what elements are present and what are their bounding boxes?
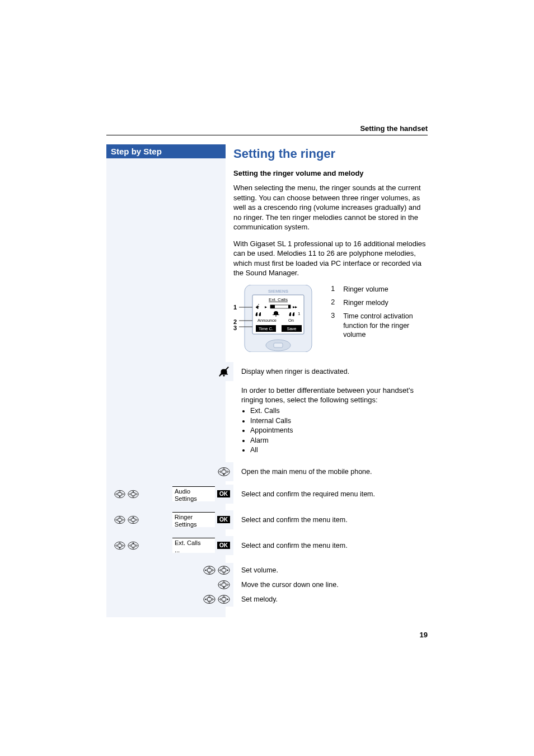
step-ringer-desc: Select and confirm the menu item. (233, 516, 428, 524)
step-open-main-menu: Open the main menu of the mobile phone. (233, 468, 428, 476)
phone-legend: 1Ringer volume 2Ringer melody 3Time cont… (331, 285, 421, 339)
svg-marker-41 (132, 516, 134, 518)
svg-marker-49 (116, 544, 118, 546)
svg-rect-4 (288, 305, 291, 308)
nav-down-icon (218, 579, 230, 591)
svg-rect-22 (118, 492, 122, 496)
svg-rect-16 (222, 469, 226, 473)
svg-line-14 (219, 367, 229, 377)
svg-rect-40 (132, 518, 135, 522)
svg-marker-73 (219, 584, 221, 586)
nav-right-icon (218, 593, 230, 605)
svg-marker-77 (208, 595, 210, 597)
svg-marker-55 (129, 544, 131, 546)
svg-marker-78 (208, 601, 210, 603)
step-ext-desc: Select and confirm the menu item. (233, 542, 428, 550)
svg-marker-32 (136, 493, 138, 495)
svg-point-13 (223, 375, 225, 377)
phone-brand: SIEMENS (268, 289, 289, 294)
svg-marker-37 (115, 519, 116, 520)
svg-marker-54 (132, 547, 134, 549)
nav-up-icon (128, 488, 139, 500)
step-move-cursor: Move the cursor down one line. (233, 581, 428, 589)
step-audio-desc: Select and confirm the required menu ite… (233, 490, 428, 498)
svg-marker-23 (119, 491, 120, 492)
nav-down-icon (114, 539, 125, 552)
phone-save: Save (287, 326, 297, 331)
svg-marker-25 (116, 493, 118, 495)
nav-right-icon (218, 564, 230, 576)
svg-marker-35 (119, 516, 120, 518)
svg-marker-79 (205, 598, 207, 600)
svg-marker-36 (119, 522, 120, 523)
phone-screen-title: Ext. Calls (269, 297, 288, 302)
svg-marker-24 (119, 496, 120, 497)
svg-marker-38 (123, 519, 124, 520)
nav-down-icon (218, 466, 230, 478)
step-set-volume: Set volume. (233, 566, 428, 574)
svg-marker-72 (223, 586, 225, 588)
svg-marker-62 (213, 569, 214, 571)
svg-marker-19 (219, 471, 221, 473)
svg-marker-80 (213, 598, 214, 600)
svg-rect-34 (118, 518, 122, 522)
svg-marker-42 (132, 522, 134, 523)
phone-illustration: SIEMENS Ext. Calls (239, 285, 317, 352)
running-head: Setting the handset (106, 124, 428, 135)
paragraph-1: When selecting the menu, the ringer soun… (233, 183, 428, 232)
svg-marker-65 (223, 566, 225, 568)
svg-rect-64 (222, 568, 226, 571)
svg-marker-44 (136, 519, 137, 520)
paragraph-3: In order to better differentiate between… (241, 386, 428, 405)
note-text: Display when ringer is deactivated. (233, 368, 428, 375)
step-by-step-header: Step by Step (106, 144, 226, 158)
svg-marker-31 (129, 493, 131, 495)
ok-badge: OK (217, 490, 230, 497)
svg-rect-3 (270, 305, 275, 308)
ok-badge: OK (217, 516, 230, 523)
svg-marker-84 (223, 601, 225, 603)
svg-marker-53 (132, 542, 134, 544)
svg-rect-76 (207, 597, 211, 600)
nav-down-icon (114, 488, 125, 500)
svg-marker-83 (223, 595, 225, 597)
page-number: 19 (106, 631, 428, 639)
svg-marker-29 (132, 491, 134, 492)
svg-rect-58 (207, 568, 211, 571)
phone-leader-numbers: 1 2 3 (233, 285, 237, 331)
svg-marker-17 (223, 468, 225, 469)
svg-marker-50 (123, 544, 124, 546)
settings-bullets: Ext. Calls Internal Calls Appointments A… (250, 406, 428, 456)
svg-marker-26 (123, 493, 124, 495)
svg-rect-82 (222, 597, 226, 600)
menu-ringer-settings: Ringer Settings (172, 512, 215, 527)
svg-marker-48 (119, 547, 120, 549)
svg-marker-30 (132, 496, 134, 497)
step-set-melody: Set melody. (233, 595, 428, 603)
svg-marker-18 (223, 473, 225, 475)
svg-rect-28 (132, 492, 135, 496)
svg-rect-70 (222, 583, 226, 586)
svg-marker-74 (227, 584, 229, 586)
phone-melody-num: 1 (298, 311, 301, 316)
svg-marker-68 (227, 569, 229, 571)
svg-rect-52 (132, 544, 135, 547)
svg-marker-43 (129, 519, 130, 520)
phone-announce: Announce (257, 318, 277, 323)
ok-badge: OK (217, 542, 230, 549)
svg-marker-59 (208, 566, 210, 568)
phone-on: On (288, 318, 294, 323)
section-title: Setting the ringer (233, 147, 428, 161)
nav-up-icon (128, 514, 139, 526)
menu-ext-calls: Ext. Calls ... (172, 538, 215, 553)
nav-down-icon (114, 514, 125, 526)
svg-rect-12 (274, 343, 283, 348)
svg-marker-61 (205, 569, 207, 571)
svg-point-6 (275, 315, 277, 316)
sub-heading: Setting the ringer volume and melody (233, 169, 428, 177)
svg-marker-47 (119, 542, 120, 544)
svg-marker-66 (223, 572, 225, 574)
svg-marker-71 (223, 581, 225, 583)
svg-marker-86 (227, 598, 229, 600)
nav-left-icon (203, 593, 216, 605)
